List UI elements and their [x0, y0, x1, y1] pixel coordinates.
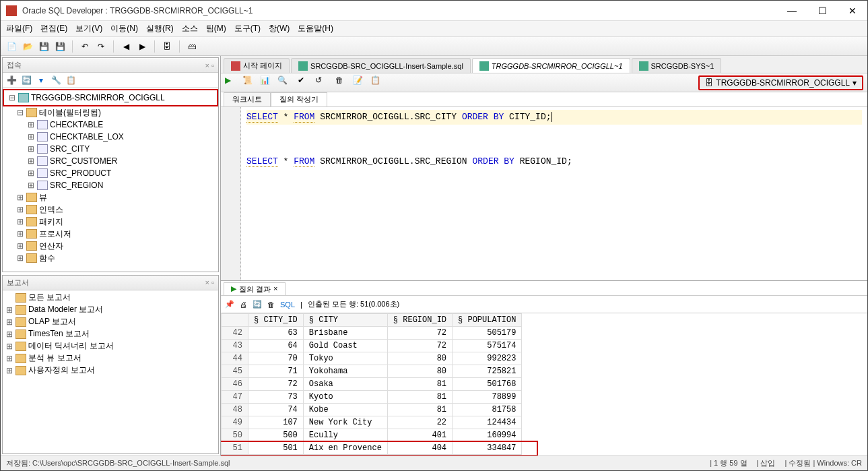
- worksheet-subtabs[interactable]: 워크시트 질의 작성기: [221, 92, 867, 107]
- col-header[interactable]: [222, 314, 248, 327]
- tree-row[interactable]: ⊞Data Modeler 보고서: [3, 304, 218, 316]
- table-row[interactable]: 4672Osaka81501768: [222, 378, 522, 391]
- col-header[interactable]: § CITY_ID: [248, 314, 304, 327]
- col-header[interactable]: § POPULATION: [453, 314, 522, 327]
- format-icon[interactable]: 📝: [353, 75, 368, 90]
- tree-row[interactable]: ⊞사용자정의 보고서: [3, 365, 218, 377]
- rollback-icon[interactable]: ↺: [315, 75, 330, 90]
- tree-row[interactable]: ⊞OLAP 보고서: [3, 316, 218, 328]
- menu-item[interactable]: 도움말(H): [298, 23, 333, 34]
- menu-item[interactable]: 편집(E): [40, 23, 67, 34]
- table-row[interactable]: 51501Aix en Provence404334847: [222, 442, 522, 455]
- table-row[interactable]: 50500Ecully401160994: [222, 429, 522, 442]
- add-connection-icon[interactable]: ➕: [5, 74, 18, 86]
- forward-icon[interactable]: ▶: [135, 40, 149, 53]
- save-icon[interactable]: 💾: [37, 40, 51, 53]
- print-icon[interactable]: 🖨: [240, 301, 247, 309]
- tree-row[interactable]: ⊟테이블(필터링됨): [3, 106, 218, 119]
- delete-icon[interactable]: 🗑: [267, 301, 275, 309]
- tree-row[interactable]: ⊞인덱스: [3, 203, 218, 216]
- tool-icon[interactable]: 🔧: [50, 74, 62, 86]
- autotrace-icon[interactable]: 🔍: [277, 75, 292, 90]
- new-icon[interactable]: 📄: [5, 40, 18, 53]
- maximize-button[interactable]: ☐: [813, 5, 832, 16]
- commit-icon[interactable]: ✔: [298, 75, 312, 90]
- table-row[interactable]: 4874Kobe8181758: [222, 404, 522, 416]
- tree-row[interactable]: 모든 보고서: [3, 292, 218, 304]
- results-grid[interactable]: § CITY_ID§ CITY§ REGION_ID§ POPULATION42…: [221, 313, 867, 456]
- tree-row[interactable]: ⊞SRC_CITY: [3, 143, 218, 155]
- menu-item[interactable]: 창(W): [269, 23, 290, 34]
- tab-close-icon[interactable]: ×: [273, 284, 277, 294]
- editor-tab[interactable]: TRGGGDB-SRCMIRROR_OCIGGLL~1: [472, 58, 630, 73]
- tree-row[interactable]: ⊟TRGGGDB-SRCMIRROR_OCIGGLL: [5, 92, 215, 104]
- subtab-worksheet[interactable]: 워크시트: [224, 92, 271, 106]
- refresh-icon[interactable]: 🔄: [253, 300, 262, 309]
- minimize-button[interactable]: —: [782, 5, 802, 16]
- menu-item[interactable]: 실행(R): [146, 23, 174, 34]
- editor-tab[interactable]: 시작 페이지: [224, 58, 290, 73]
- table-row[interactable]: 4470Tokyo80992823: [222, 352, 522, 365]
- redo-icon[interactable]: ↷: [94, 40, 108, 53]
- tree-row[interactable]: ⊞TimesTen 보고서: [3, 328, 218, 340]
- explain-icon[interactable]: 📊: [260, 75, 275, 90]
- clear-icon[interactable]: 🗑: [335, 75, 350, 90]
- menu-item[interactable]: 소스: [182, 23, 198, 34]
- tree-row[interactable]: ⊞SRC_PRODUCT: [3, 167, 218, 179]
- tab-icon: [479, 61, 489, 71]
- sql-worksheet[interactable]: SELECT * FROM SRCMIRROR_OCIGGLL.SRC_CITY…: [221, 107, 867, 280]
- tree-row[interactable]: ⊞패키지: [3, 216, 218, 228]
- tree-row[interactable]: ⊞분석 뷰 보고서: [3, 352, 218, 365]
- filter-icon[interactable]: ▾: [35, 74, 47, 86]
- reports-tree[interactable]: 모든 보고서⊞Data Modeler 보고서⊞OLAP 보고서⊞TimesTe…: [3, 290, 218, 453]
- tree-row[interactable]: ⊞CHECKTABLE: [3, 119, 218, 131]
- col-header[interactable]: § REGION_ID: [387, 314, 452, 327]
- run-icon[interactable]: ▶: [225, 75, 240, 90]
- history-icon[interactable]: 📋: [370, 75, 385, 90]
- tree-row[interactable]: ⊞뷰: [3, 191, 218, 203]
- editor-tab[interactable]: SRCGGDB-SRC_OCIGGLL-Insert-Sample.sql: [291, 58, 471, 73]
- tree-row[interactable]: ⊞CHECKTABLE_LOX: [3, 131, 218, 143]
- table-row[interactable]: 4773Kyoto8178899: [222, 391, 522, 404]
- reports-header: 보고서 × ▫: [3, 276, 218, 290]
- refresh-conn-icon[interactable]: 🔄: [20, 74, 32, 86]
- menubar[interactable]: 파일(F)편집(E)보기(V)이동(N)실행(R)소스팀(M)도구(T)창(W)…: [1, 21, 867, 37]
- close-button[interactable]: ✕: [843, 5, 862, 16]
- subtab-querybuilder[interactable]: 질의 작성기: [271, 92, 327, 106]
- panel-close-icon[interactable]: × ▫: [205, 278, 214, 286]
- tree-row[interactable]: ⊞SRC_REGION: [3, 179, 218, 191]
- editor-tabs[interactable]: 시작 페이지SRCGGDB-SRC_OCIGGLL-Insert-Sample.…: [221, 56, 867, 73]
- menu-item[interactable]: 도구(T): [234, 23, 261, 34]
- table-row[interactable]: 4571Yokohama80725821: [222, 365, 522, 378]
- table-row[interactable]: 49107New York City22124434: [222, 416, 522, 429]
- pin-icon[interactable]: 📌: [225, 300, 234, 309]
- tree-row[interactable]: ⊞데이터 딕셔너리 보고서: [3, 340, 218, 352]
- menu-item[interactable]: 팀(M): [206, 23, 226, 34]
- tree-row[interactable]: ⊞프로시저: [3, 228, 218, 240]
- sql-code[interactable]: SELECT * FROM SRCMIRROR_OCIGGLL.SRC_CITY…: [241, 107, 867, 280]
- table-row[interactable]: 4263Brisbane72505179: [222, 327, 522, 340]
- tree-row[interactable]: ⊞SRC_CUSTOMER: [3, 155, 218, 167]
- menu-item[interactable]: 이동(N): [110, 23, 138, 34]
- menu-item[interactable]: 파일(F): [6, 23, 32, 34]
- tree-row[interactable]: ⊞함수: [3, 252, 218, 264]
- db-icon[interactable]: 🗃: [185, 40, 199, 53]
- open-icon[interactable]: 📂: [21, 40, 34, 53]
- col-header[interactable]: § CITY: [303, 314, 387, 327]
- sql-icon[interactable]: 🗄: [160, 40, 174, 53]
- connections-tree[interactable]: ⊟TRGGGDB-SRCMIRROR_OCIGGLL⊟테이블(필터링됨)⊞CHE…: [3, 88, 218, 272]
- menu-item[interactable]: 보기(V): [75, 23, 102, 34]
- table-row[interactable]: 4364Gold Coast72575174: [222, 340, 522, 352]
- save-all-icon[interactable]: 💾: [53, 40, 67, 53]
- connection-dropdown[interactable]: 🗄 TRGGGDB-SRCMIRROR_OCIGGLL ▾: [698, 75, 863, 90]
- tool2-icon[interactable]: 📋: [65, 74, 77, 86]
- results-tabs[interactable]: ▶ 질의 결과 ×: [221, 281, 867, 296]
- run-script-icon[interactable]: 📜: [242, 75, 257, 90]
- sql-link[interactable]: SQL: [280, 301, 295, 309]
- result-tab[interactable]: ▶ 질의 결과 ×: [224, 282, 286, 295]
- editor-tab[interactable]: SRCGGDB-SYS~1: [632, 58, 722, 73]
- undo-icon[interactable]: ↶: [78, 40, 92, 53]
- panel-close-icon[interactable]: × ▫: [205, 61, 214, 69]
- tree-row[interactable]: ⊞연산자: [3, 240, 218, 252]
- back-icon[interactable]: ◀: [119, 40, 133, 53]
